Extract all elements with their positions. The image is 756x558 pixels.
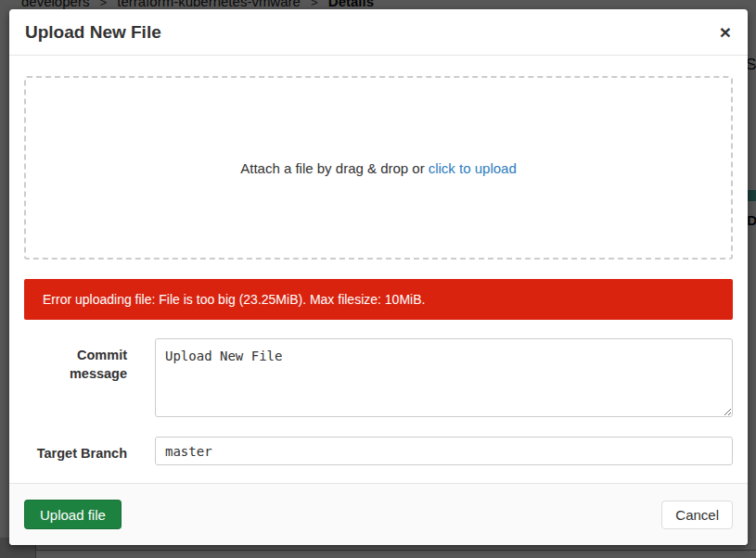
error-message: Error uploading file: File is too big (2…: [43, 292, 425, 307]
target-branch-input[interactable]: [155, 437, 733, 465]
upload-file-button[interactable]: Upload file: [24, 500, 122, 529]
modal-footer: Upload file Cancel: [9, 483, 748, 545]
target-branch-control: [155, 437, 733, 465]
target-branch-label: Target Branch: [24, 437, 127, 465]
modal-body: Attach a file by drag & drop orclick to …: [9, 56, 748, 483]
screen: developers > terraform-kubernetes-vmware…: [0, 0, 756, 558]
upload-file-modal: Upload New File × Attach a file by drag …: [9, 9, 748, 545]
modal-title: Upload New File: [25, 22, 161, 42]
commit-message-control: Upload New File: [155, 338, 733, 417]
commit-message-row: Commit message Upload New File: [24, 338, 733, 417]
target-branch-row: Target Branch: [24, 437, 733, 465]
dropzone-prompt: Attach a file by drag & drop orclick to …: [240, 160, 517, 176]
dropzone-prompt-text: Attach a file by drag & drop or: [240, 160, 424, 176]
commit-message-label: Commit message: [24, 338, 127, 417]
cancel-button[interactable]: Cancel: [661, 501, 733, 529]
commit-message-textarea[interactable]: Upload New File: [155, 338, 733, 417]
upload-error-banner: Error uploading file: File is too big (2…: [24, 279, 733, 320]
file-dropzone[interactable]: Attach a file by drag & drop orclick to …: [24, 76, 733, 260]
close-icon[interactable]: ×: [716, 19, 735, 45]
click-to-upload-link[interactable]: click to upload: [429, 160, 517, 176]
modal-header: Upload New File ×: [9, 9, 748, 56]
